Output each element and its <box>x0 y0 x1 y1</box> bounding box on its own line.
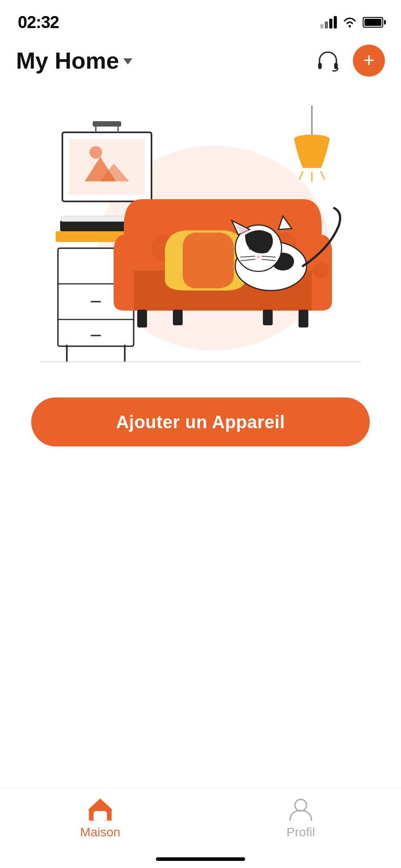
status-icons <box>320 16 383 29</box>
dropdown-arrow-icon[interactable] <box>123 58 132 65</box>
svg-point-38 <box>313 262 329 278</box>
svg-rect-30 <box>299 310 308 328</box>
svg-point-6 <box>294 135 330 143</box>
svg-line-9 <box>321 172 324 179</box>
illustration-area <box>0 81 401 384</box>
bottom-nav: Maison Profil <box>0 788 401 868</box>
add-icon: + <box>363 50 375 70</box>
header-left[interactable]: My Home <box>16 47 132 74</box>
header: My Home + <box>0 36 401 81</box>
add-device-button[interactable]: Ajouter un Appareil <box>31 397 370 446</box>
svg-rect-27 <box>61 216 127 221</box>
svg-rect-32 <box>263 310 273 325</box>
svg-rect-26 <box>60 221 129 231</box>
profile-nav-icon <box>288 797 314 822</box>
svg-rect-29 <box>137 310 147 328</box>
add-button[interactable]: + <box>353 45 385 77</box>
status-bar: 02:32 <box>0 0 401 36</box>
page-title: My Home <box>16 47 119 74</box>
battery-icon <box>363 17 383 28</box>
svg-point-52 <box>295 799 307 811</box>
add-device-container: Ajouter un Appareil <box>0 384 401 460</box>
headset-button[interactable] <box>312 45 344 77</box>
svg-rect-17 <box>93 121 121 127</box>
wifi-icon <box>342 16 357 28</box>
svg-point-36 <box>143 279 160 297</box>
signal-icon <box>320 16 337 29</box>
headset-icon <box>316 49 340 73</box>
svg-line-7 <box>299 172 303 179</box>
home-nav-icon <box>87 797 114 822</box>
status-time: 02:32 <box>18 13 59 32</box>
header-actions: + <box>312 45 385 77</box>
add-device-label: Ajouter un Appareil <box>116 412 285 432</box>
home-illustration <box>27 97 374 373</box>
nav-label-profil: Profil <box>286 825 315 839</box>
svg-point-0 <box>349 25 351 28</box>
nav-label-maison: Maison <box>80 825 120 839</box>
svg-rect-11 <box>69 139 145 195</box>
nav-item-profil[interactable]: Profil <box>256 797 345 839</box>
svg-rect-1 <box>318 63 322 69</box>
nav-item-maison[interactable]: Maison <box>56 797 145 839</box>
svg-point-14 <box>90 146 102 159</box>
svg-rect-31 <box>173 310 183 325</box>
home-indicator <box>156 857 245 861</box>
